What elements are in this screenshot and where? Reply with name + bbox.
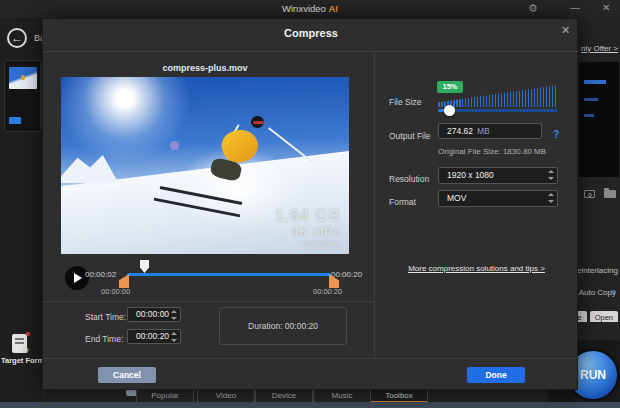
media-list-item[interactable]: [4, 60, 41, 132]
watermark-size: 1.64 GB: [274, 207, 341, 225]
back-button[interactable]: ←: [7, 28, 27, 48]
preview-thumbnail: [579, 62, 619, 177]
file-size-slider-track[interactable]: [438, 109, 558, 112]
up-down-stepper-icon[interactable]: [170, 332, 177, 342]
app-window: Winxvideo AI ⚙ — ✕ ← Back ⚙ Target Forma…: [0, 0, 620, 408]
window-close-icon[interactable]: ✕: [602, 2, 610, 13]
resolution-select[interactable]: 1920 x 1080: [438, 167, 558, 184]
output-file-label: Output File: [389, 131, 431, 141]
target-format-button[interactable]: ⚙ Target Format: [0, 330, 42, 384]
format-select[interactable]: MOV: [438, 190, 558, 207]
minimize-icon[interactable]: —: [570, 2, 580, 13]
output-folder-icon[interactable]: [604, 190, 616, 198]
deinterlacing-label: Deinterlacing: [578, 266, 620, 278]
dialog-close-icon[interactable]: ✕: [561, 24, 570, 37]
more-compression-tips-link[interactable]: More compression solutions and tips >: [374, 264, 579, 273]
vertical-divider: [374, 51, 375, 358]
up-down-stepper-icon[interactable]: [170, 310, 177, 320]
original-file-size: Original File Size: 1830.80 MB: [438, 147, 546, 156]
file-size-label: File Size: [389, 97, 422, 107]
cancel-button[interactable]: Cancel: [98, 367, 156, 383]
target-format-label: Target Format: [1, 356, 42, 365]
start-time-input[interactable]: 00:00:00: [127, 307, 181, 322]
timeline-total-time: 00:00:20: [331, 270, 362, 279]
notification-dot: [26, 332, 30, 336]
duration-box: Duration: 00:00:20: [219, 307, 347, 345]
media-thumbnail: [9, 67, 37, 89]
auto-copy-label: Auto Copy ?: [578, 288, 620, 300]
app-title-main: Winxvideo: [282, 3, 326, 14]
media-badge: [9, 117, 21, 124]
file-size-percent-badge: 15%: [437, 81, 463, 93]
trim-handle-left[interactable]: [119, 274, 129, 288]
video-filename: compress-plus.mov: [61, 63, 349, 73]
trim-end-time: 00:00:20: [313, 287, 342, 296]
tab-device[interactable]: Device: [255, 388, 313, 403]
snapshot-camera-icon[interactable]: [584, 190, 595, 198]
tab-popular[interactable]: Popular: [136, 388, 194, 403]
skier-goggles: [253, 121, 264, 124]
footer-divider: [43, 358, 579, 359]
up-down-stepper-icon[interactable]: [547, 193, 554, 203]
timeline-current-time: 00:00:02: [85, 270, 116, 279]
browse-button[interactable]: Browse: [578, 311, 587, 322]
back-label: Back: [34, 33, 42, 45]
background-left-panel: ← Back ⚙ Target Format: [0, 18, 42, 408]
output-file-input[interactable]: 274.62MB: [438, 123, 542, 139]
trim-start-time: 00:00:00: [101, 287, 130, 296]
video-watermark: 1.64 GB 4K MP4 21s 608ms: [274, 207, 341, 248]
end-time-input[interactable]: 00:00:20: [127, 329, 181, 344]
player-divider: [43, 301, 374, 302]
tab-video[interactable]: Video: [197, 388, 255, 403]
playhead-marker[interactable]: [140, 260, 149, 273]
help-icon: ?: [611, 288, 616, 297]
tab-music[interactable]: Music: [313, 388, 371, 403]
play-icon: [74, 273, 82, 283]
app-title: Winxvideo AI: [0, 3, 620, 14]
app-title-accent: AI: [328, 3, 338, 14]
end-time-label: End Time:: [85, 334, 123, 344]
background-right-panel: nly Offer > Deinterlacing Auto Copy ? Br…: [578, 18, 620, 408]
timeline-track[interactable]: [127, 273, 331, 276]
settings-gear-icon[interactable]: ⚙: [528, 2, 538, 15]
bottom-strip: [0, 402, 620, 408]
back-arrow-icon: ←: [11, 31, 23, 45]
open-button[interactable]: Open: [590, 311, 618, 322]
dialog-title: Compress: [43, 27, 579, 39]
header-divider: [43, 51, 579, 52]
watermark-format: 4K MP4: [274, 225, 341, 239]
browse-open-row: BrowseOpen: [578, 306, 620, 322]
done-button[interactable]: Done: [467, 367, 525, 383]
video-preview[interactable]: 1.64 GB 4K MP4 21s 608ms: [61, 77, 349, 254]
up-down-stepper-icon[interactable]: [547, 170, 554, 180]
tab-toolbox[interactable]: Toolbox: [370, 388, 428, 403]
compress-dialog: Compress ✕ compress-plus.mov 1.64 GB 4: [42, 18, 578, 390]
start-time-label: Start Time:: [85, 312, 126, 322]
file-size-slider-thumb[interactable]: [444, 105, 455, 116]
output-file-unit: MB: [477, 126, 490, 136]
help-icon[interactable]: ?: [553, 129, 559, 140]
resolution-label: Resolution: [389, 174, 429, 184]
watermark-duration: 21s 608ms: [274, 239, 341, 248]
offer-link[interactable]: nly Offer >: [578, 44, 620, 56]
gear-icon: ⚙: [22, 346, 29, 355]
format-label: Format: [389, 197, 416, 207]
